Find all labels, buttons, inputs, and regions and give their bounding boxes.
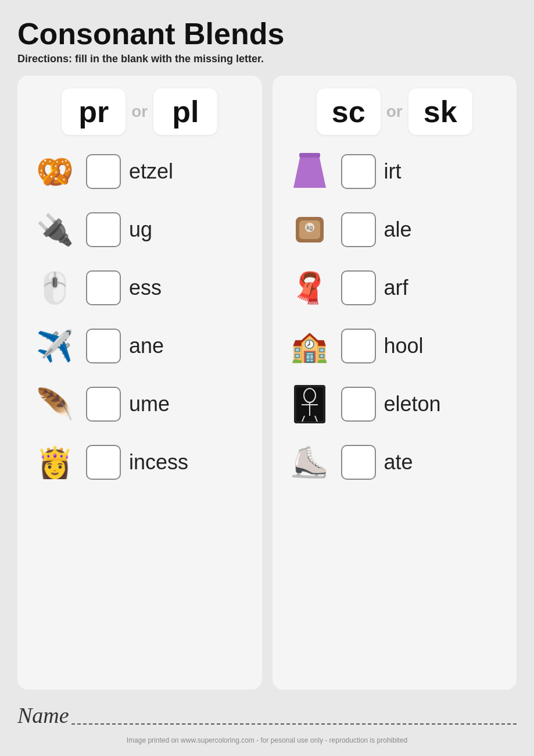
left-word-rows: 🥨 etzel 🔌 ug 🖱️ ess ✈️ ane 🪶 [31, 145, 248, 488]
plane-icon: ✈️ [31, 323, 78, 369]
list-item: ⛸️ ate [286, 436, 503, 488]
name-row: Name [17, 702, 517, 728]
word-suffix-skeleton: eleton [384, 392, 441, 416]
list-item: 🥨 etzel [31, 145, 248, 198]
right-panel: sc or sk irt [273, 76, 517, 690]
plug-icon: 🔌 [31, 206, 78, 253]
word-suffix-press: ess [129, 276, 162, 300]
word-suffix-school: hool [384, 334, 424, 358]
press-icon: 🖱️ [31, 265, 78, 311]
answer-input-school[interactable] [341, 329, 376, 363]
list-item: 🪶 ume [31, 378, 248, 430]
directions-label: Directions: [17, 53, 72, 65]
list-item: eleton [286, 378, 503, 430]
princess-icon: 👸 [31, 439, 78, 486]
list-item: ✈️ ane [31, 320, 248, 372]
footer-text: Image printed on www.supercoloring.com -… [127, 736, 408, 744]
directions: Directions: fill in the blank with the m… [17, 53, 517, 65]
answer-input-scarf[interactable] [341, 270, 376, 305]
answer-input-pretzel[interactable] [86, 154, 121, 189]
svg-marker-0 [293, 155, 326, 188]
word-suffix-skate: ate [384, 450, 413, 475]
scale-icon: kg [286, 206, 333, 253]
answer-input-plume[interactable] [86, 387, 121, 422]
skeleton-icon [286, 381, 333, 427]
list-item: 🧣 arf [286, 262, 503, 314]
word-suffix-plume: ume [129, 392, 170, 416]
left-blend2: pl [153, 88, 217, 135]
word-suffix-pretzel: etzel [129, 159, 173, 184]
word-suffix-scarf: arf [384, 276, 408, 300]
right-blend-header: sc or sk [286, 88, 503, 135]
list-item: 👸 incess [31, 436, 248, 488]
right-blend1: sc [317, 88, 381, 135]
answer-input-plane[interactable] [86, 329, 121, 363]
right-blend2: sk [408, 88, 472, 135]
left-panel: pr or pl 🥨 etzel 🔌 ug 🖱️ ess ✈️ [17, 76, 262, 690]
answer-input-scale[interactable] [341, 212, 376, 247]
right-word-rows: irt kg ale 🧣 arf [286, 145, 503, 488]
list-item: 🔌 ug [31, 204, 248, 256]
feather-icon: 🪶 [31, 381, 78, 427]
word-suffix-skirt: irt [384, 159, 402, 184]
answer-input-plug[interactable] [86, 212, 121, 247]
panels-row: pr or pl 🥨 etzel 🔌 ug 🖱️ ess ✈️ [17, 76, 517, 690]
word-suffix-scale: ale [384, 217, 412, 242]
list-item: kg ale [286, 204, 503, 256]
name-line [71, 719, 517, 725]
page-title: Consonant Blends [17, 17, 517, 51]
answer-input-press[interactable] [86, 270, 121, 305]
scarf-icon: 🧣 [286, 265, 333, 311]
word-suffix-plane: ane [129, 334, 164, 358]
skirt-icon [286, 148, 333, 195]
answer-input-skirt[interactable] [341, 154, 376, 189]
left-blend1: pr [62, 88, 126, 135]
right-or-label: or [381, 102, 408, 121]
svg-rect-1 [299, 153, 320, 158]
school-icon: 🏫 [286, 323, 333, 369]
word-suffix-plug: ug [129, 217, 152, 242]
word-suffix-princess: incess [129, 450, 188, 475]
list-item: 🖱️ ess [31, 262, 248, 314]
svg-text:kg: kg [306, 224, 313, 231]
list-item: 🏫 hool [286, 320, 503, 372]
skate-icon: ⛸️ [286, 439, 333, 486]
list-item: irt [286, 145, 503, 198]
answer-input-princess[interactable] [86, 445, 121, 480]
left-blend-header: pr or pl [31, 88, 248, 135]
left-or-label: or [126, 102, 153, 121]
name-label: Name [17, 702, 69, 728]
pretzel-icon: 🥨 [31, 148, 78, 195]
answer-input-skate[interactable] [341, 445, 376, 480]
page-header: Consonant Blends Directions: fill in the… [17, 17, 517, 65]
directions-text: fill in the blank with the missing lette… [72, 53, 264, 65]
answer-input-skeleton[interactable] [341, 387, 376, 422]
